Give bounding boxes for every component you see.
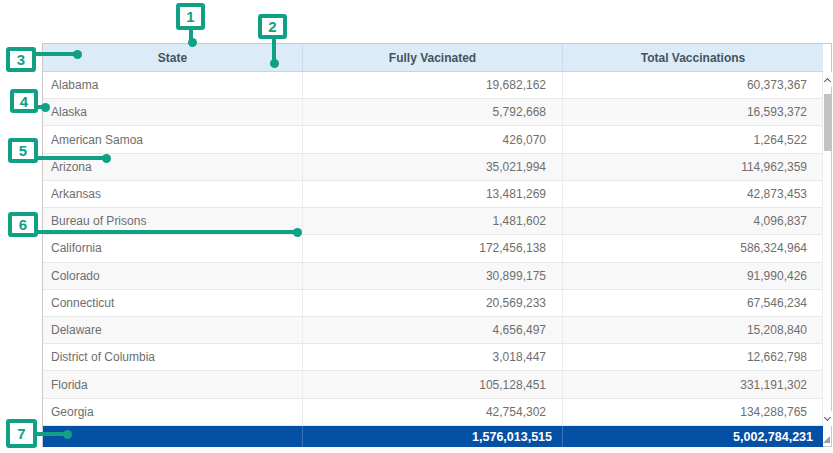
column-header-state[interactable]: State	[43, 44, 303, 71]
callout-1-dot	[188, 38, 197, 47]
cell-fully: 105,128,451	[303, 371, 563, 397]
cell-fully: 42,754,302	[303, 399, 563, 425]
table-row[interactable]: American Samoa 426,070 1,264,522	[43, 126, 823, 153]
cell-state: District of Columbia	[43, 344, 303, 370]
attribute-table-screenshot: State Fully Vacinated Total Vaccinations…	[0, 0, 833, 453]
table-row[interactable]: Connecticut 20,569,233 67,546,234	[43, 290, 823, 317]
cell-state: California	[43, 235, 303, 261]
table-row[interactable]: Arkansas 13,481,269 42,873,453	[43, 181, 823, 208]
table-row[interactable]: District of Columbia 3,018,447 12,662,79…	[43, 344, 823, 371]
attribute-table: State Fully Vacinated Total Vaccinations…	[42, 43, 832, 447]
column-header-total-vaccinations[interactable]: Total Vaccinations	[563, 44, 823, 71]
cell-fully: 1,481,602	[303, 208, 563, 234]
summary-state-cell	[43, 426, 303, 447]
table-body: Alabama 19,682,162 60,373,367 Alaska 5,7…	[43, 72, 823, 426]
cell-fully: 20,569,233	[303, 290, 563, 316]
summary-vaccinations-total: 5,002,784,231	[563, 426, 823, 447]
scrollbar-thumb[interactable]	[824, 94, 832, 151]
cell-fully: 172,456,138	[303, 235, 563, 261]
chevron-up-icon	[824, 77, 831, 84]
callout-6-dot	[293, 228, 302, 237]
cell-total: 12,662,798	[563, 344, 823, 370]
table-row[interactable]: Colorado 30,899,175 91,990,426	[43, 263, 823, 290]
callout-6-line	[37, 230, 297, 234]
cell-total: 586,324,964	[563, 235, 823, 261]
table-row[interactable]: Arizona 35,021,994 114,962,359	[43, 154, 823, 181]
cell-state: Georgia	[43, 399, 303, 425]
resize-grip-icon[interactable]	[823, 436, 830, 443]
callout-7: 7	[6, 419, 37, 448]
callout-3: 3	[6, 47, 36, 72]
callout-6: 6	[8, 212, 38, 237]
callout-3-line	[36, 52, 77, 56]
table-row[interactable]: Alaska 5,792,668 16,593,372	[43, 99, 823, 126]
cell-state: Connecticut	[43, 290, 303, 316]
cell-total: 91,990,426	[563, 263, 823, 289]
cell-total: 16,593,372	[563, 99, 823, 125]
summary-fully-total: 1,576,013,515	[303, 426, 563, 447]
cell-state: American Samoa	[43, 126, 303, 152]
callout-2: 2	[258, 14, 287, 39]
cell-fully: 3,018,447	[303, 344, 563, 370]
cell-total: 42,873,453	[563, 181, 823, 207]
cell-fully: 5,792,668	[303, 99, 563, 125]
chevron-down-icon	[824, 414, 831, 421]
cell-total: 60,373,367	[563, 72, 823, 98]
scroll-down-button[interactable]	[823, 411, 832, 426]
cell-state: Alaska	[43, 99, 303, 125]
table-row[interactable]: Florida 105,128,451 331,191,302	[43, 371, 823, 398]
cell-fully: 19,682,162	[303, 72, 563, 98]
cell-fully: 4,656,497	[303, 317, 563, 343]
scroll-up-button[interactable]	[823, 72, 832, 87]
cell-state: Alabama	[43, 72, 303, 98]
table-row[interactable]: Alabama 19,682,162 60,373,367	[43, 72, 823, 99]
summary-row: 1,576,013,515 5,002,784,231	[43, 426, 823, 447]
cell-total: 331,191,302	[563, 371, 823, 397]
cell-fully: 426,070	[303, 126, 563, 152]
cell-total: 1,264,522	[563, 126, 823, 152]
table-row[interactable]: Delaware 4,656,497 15,208,840	[43, 317, 823, 344]
cell-fully: 30,899,175	[303, 263, 563, 289]
callout-1: 1	[176, 3, 205, 30]
callout-3-dot	[73, 50, 82, 59]
callout-5-dot	[102, 154, 111, 163]
cell-state: Delaware	[43, 317, 303, 343]
callout-5-line	[37, 156, 106, 160]
callout-5: 5	[8, 138, 38, 163]
callout-4: 4	[10, 89, 38, 113]
table-row[interactable]: California 172,456,138 586,324,964	[43, 235, 823, 262]
column-header-fully-vacinated[interactable]: Fully Vacinated	[303, 44, 563, 71]
cell-state: Arkansas	[43, 181, 303, 207]
cell-total: 15,208,840	[563, 317, 823, 343]
table-header-row: State Fully Vacinated Total Vaccinations	[43, 44, 823, 72]
cell-total: 114,962,359	[563, 154, 823, 180]
cell-total: 4,096,837	[563, 208, 823, 234]
vertical-scrollbar[interactable]	[822, 72, 831, 426]
callout-4-dot	[41, 103, 50, 112]
cell-state: Florida	[43, 371, 303, 397]
table-row[interactable]: Georgia 42,754,302 134,288,765	[43, 399, 823, 426]
cell-fully: 13,481,269	[303, 181, 563, 207]
cell-total: 67,546,234	[563, 290, 823, 316]
callout-2-dot	[270, 59, 279, 68]
cell-total: 134,288,765	[563, 399, 823, 425]
callout-7-dot	[63, 430, 72, 439]
cell-fully: 35,021,994	[303, 154, 563, 180]
cell-state: Colorado	[43, 263, 303, 289]
